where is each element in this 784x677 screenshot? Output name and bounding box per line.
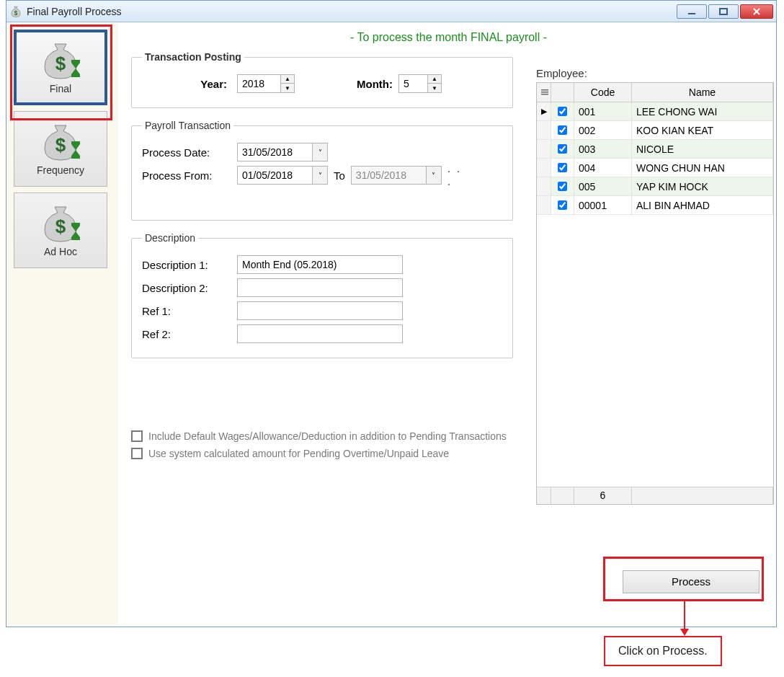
row-name: LEE CHONG WAI (632, 102, 773, 120)
row-header (537, 159, 551, 177)
ref2-label: Ref 2: (142, 328, 227, 340)
table-row[interactable]: 004WONG CHUN HAN (537, 159, 773, 177)
chevron-down-icon[interactable]: ˅ (312, 143, 328, 161)
row-header: ▶ (537, 102, 551, 120)
process-from-label: Process From: (142, 169, 227, 182)
spin-down-icon[interactable]: ▼ (281, 84, 294, 92)
chevron-down-icon[interactable]: ˅ (426, 166, 442, 185)
svg-marker-11 (680, 629, 689, 636)
svg-text:$: $ (55, 216, 66, 237)
row-checkbox[interactable] (551, 140, 574, 158)
sidebar: $ Final $ Frequency $ (6, 22, 118, 627)
process-from-input[interactable] (237, 166, 312, 185)
moneybag-icon: $ (9, 5, 22, 18)
month-spinner[interactable]: ▲▼ (398, 74, 442, 93)
transaction-posting-group: Transaction Posting Year: ▲▼ Month: ▲▼ (131, 51, 513, 108)
row-checkbox[interactable] (551, 196, 574, 214)
spin-up-icon[interactable]: ▲ (281, 75, 294, 84)
col-name-header[interactable]: Name (632, 83, 773, 102)
process-to-input[interactable] (351, 166, 426, 185)
spin-down-icon[interactable]: ▼ (428, 84, 441, 92)
opt2-checkbox[interactable] (131, 448, 143, 459)
process-button[interactable]: Process (623, 570, 760, 593)
employee-label: Employee: (536, 67, 774, 79)
row-code: 003 (574, 140, 632, 158)
opt1-label: Include Default Wages/Allowance/Deductio… (148, 430, 507, 442)
col-check-header[interactable] (551, 83, 574, 102)
month-input[interactable] (398, 74, 427, 93)
opt2-label: Use system calculated amount for Pending… (148, 448, 449, 459)
svg-text:$: $ (14, 9, 18, 16)
nav-final[interactable]: $ Final (14, 30, 107, 105)
table-row[interactable]: 002KOO KIAN KEAT (537, 121, 773, 140)
employee-panel: Employee: Code Name ▶001LEE CHONG WAI002… (536, 67, 774, 505)
nav-adhoc[interactable]: $ Ad Hoc (14, 193, 107, 268)
employee-count: 6 (574, 487, 632, 504)
row-name: ALI BIN AHMAD (632, 196, 773, 214)
row-code: 002 (574, 121, 632, 139)
process-date-label: Process Date: (142, 146, 227, 159)
description-group: Description Description 1: Description 2… (131, 232, 513, 358)
table-row[interactable]: 00001ALI BIN AHMAD (537, 196, 773, 215)
year-spinner[interactable]: ▲▼ (237, 74, 295, 93)
process-date-picker[interactable]: ˅ (237, 143, 328, 161)
row-header (537, 121, 551, 139)
group-legend: Description (142, 232, 198, 244)
arrow-down-icon (677, 601, 692, 637)
spin-up-icon[interactable]: ▲ (428, 75, 441, 84)
ref2-input[interactable] (237, 324, 403, 343)
desc2-label: Description 2: (142, 282, 227, 294)
more-button[interactable]: . . . (447, 167, 468, 184)
employee-grid: Code Name ▶001LEE CHONG WAI002KOO KIAN K… (536, 82, 774, 505)
process-from-picker[interactable]: ˅ (237, 166, 328, 185)
group-legend: Payroll Transaction (142, 120, 233, 131)
row-header (537, 140, 551, 158)
nav-label: Final (50, 83, 71, 94)
row-checkbox[interactable] (551, 102, 574, 120)
process-date-input[interactable] (237, 143, 312, 161)
nav-label: Ad Hoc (44, 246, 77, 257)
callout-box: Click on Process. (604, 636, 722, 666)
to-label: To (334, 169, 345, 182)
app-window: $ Final Payroll Process $ (6, 0, 777, 627)
close-button[interactable] (740, 4, 773, 19)
year-input[interactable] (237, 74, 280, 93)
chevron-down-icon[interactable]: ˅ (312, 166, 328, 185)
row-name: KOO KIAN KEAT (632, 121, 773, 139)
column-selector-icon[interactable] (537, 83, 551, 102)
table-row[interactable]: 003NICOLE (537, 140, 773, 159)
ref1-input[interactable] (237, 301, 403, 320)
titlebar: $ Final Payroll Process (6, 1, 776, 22)
maximize-button[interactable] (708, 4, 739, 19)
process-to-picker[interactable]: ˅ (351, 166, 442, 185)
row-checkbox[interactable] (551, 121, 574, 139)
minimize-button[interactable] (677, 4, 707, 19)
row-code: 001 (574, 102, 632, 120)
nav-frequency[interactable]: $ Frequency (14, 111, 107, 187)
row-name: YAP KIM HOCK (632, 177, 773, 195)
moneybag-icon: $ (39, 41, 82, 81)
table-row[interactable]: 005YAP KIM HOCK (537, 177, 773, 196)
svg-text:$: $ (55, 134, 66, 156)
moneybag-icon: $ (39, 204, 82, 244)
svg-rect-9 (541, 94, 548, 95)
row-name: WONG CHUN HAN (632, 159, 773, 177)
payroll-transaction-group: Payroll Transaction Process Date: ˅ Proc… (131, 120, 513, 221)
row-checkbox[interactable] (551, 159, 574, 177)
year-label: Year: (142, 78, 227, 90)
desc2-input[interactable] (237, 278, 403, 297)
desc1-label: Description 1: (142, 259, 227, 271)
row-code: 004 (574, 159, 632, 177)
moneybag-icon: $ (39, 123, 82, 163)
svg-rect-1 (688, 13, 695, 14)
opt1-checkbox[interactable] (131, 430, 143, 442)
col-code-header[interactable]: Code (574, 83, 632, 102)
row-header (537, 196, 551, 214)
row-checkbox[interactable] (551, 177, 574, 195)
ref1-label: Ref 1: (142, 305, 227, 317)
nav-label: Frequency (37, 164, 84, 176)
table-row[interactable]: ▶001LEE CHONG WAI (537, 102, 773, 121)
desc1-input[interactable] (237, 255, 403, 274)
row-code: 005 (574, 177, 632, 195)
window-title: Final Payroll Process (27, 6, 122, 17)
